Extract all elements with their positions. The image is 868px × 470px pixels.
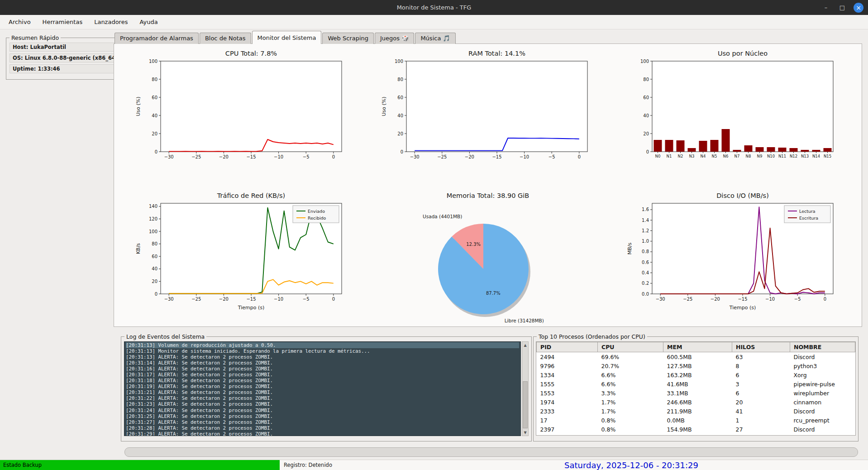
tab-web-scraping[interactable]: Web Scraping [322,33,374,44]
svg-text:40: 40 [643,113,649,118]
svg-text:Uso por Núcleo: Uso por Núcleo [718,50,768,57]
svg-text:40: 40 [152,266,157,271]
process-cell: 41 [732,407,790,416]
svg-text:−10: −10 [765,297,775,302]
process-cell: 33.1MB [663,388,732,398]
summary-item: Uptime: 1:33:46 [10,64,121,73]
process-col-nombre[interactable]: NOMBRE [790,342,855,352]
process-cell: 1.7% [598,407,663,416]
process-cell: 163.2MB [663,370,732,379]
svg-text:0.0: 0.0 [642,292,649,297]
tab-programador-de-alarmas[interactable]: Programador de Alarmas [114,33,199,44]
event-log-inner: [20:31:13] Volumen de reproducción ajust… [121,340,531,439]
process-cell: 6.6% [598,370,663,379]
recording-status-label: Registro: Detenido [284,460,332,470]
svg-text:−10: −10 [520,154,529,159]
svg-text:0.6: 0.6 [642,260,649,265]
process-col-cpu[interactable]: CPU [598,342,663,352]
svg-text:N11: N11 [778,154,786,158]
menu-item-archivo[interactable]: Archivo [3,15,37,29]
log-line: [20:31:24] ALERTA: Se detectaron 2 proce… [126,408,519,413]
log-line: [20:31:21] ALERTA: Se detectaron 2 proce… [126,389,519,395]
process-cell: 0.8% [598,425,663,434]
svg-text:0: 0 [155,149,157,154]
menu-item-ayuda[interactable]: Ayuda [134,15,163,29]
log-scrollbar[interactable]: ▲ ▼ [522,341,529,436]
datetime-label: Saturday, 2025-12-06 - 20:31:29 [564,460,698,470]
process-row[interactable]: 19741.7%246.6MB20cinnamon [537,398,855,407]
svg-text:−25: −25 [683,297,692,302]
svg-text:0: 0 [401,149,403,154]
svg-text:N4: N4 [701,154,706,158]
process-row[interactable]: 15556.6%41.6MB3pipewire-pulse [537,379,855,388]
process-row[interactable]: 249469.6%600.5MB63Discord [537,352,855,362]
svg-text:−15: −15 [246,297,256,302]
svg-text:100: 100 [395,59,403,64]
tab-juegos[interactable]: Juegos 🎲 [375,33,414,44]
scrollbar-thumb[interactable] [523,381,528,428]
svg-text:Tráfico de Red (KB/s): Tráfico de Red (KB/s) [217,192,285,199]
log-line: [20:31:28] ALERTA: Se detectaron 2 proce… [126,425,519,431]
svg-text:0: 0 [155,292,157,297]
close-button[interactable]: × [854,3,863,13]
process-cell: 154.9MB [663,425,732,434]
process-cell: Xorg [790,370,855,379]
scrollbar-track[interactable] [522,348,528,429]
maximize-button[interactable]: □ [837,3,847,13]
process-table-body: 249469.6%600.5MB63Discord979620.7%127.5M… [537,352,855,434]
process-row[interactable]: 170.8%0.0MB1rcu_preempt [537,416,855,425]
process-table: PIDCPUMEMHILOSNOMBRE 249469.6%600.5MB63D… [536,342,855,434]
monitor-tab-panel: CPU Total: 7.8%020406080100Uso (%)−30−25… [114,43,862,327]
svg-text:−20: −20 [219,297,229,302]
network-traffic-chart: Tráfico de Red (KB/s)020406080100120140K… [124,190,360,327]
svg-text:Lectura: Lectura [799,209,816,214]
svg-text:140: 140 [149,204,157,209]
svg-text:100: 100 [149,59,157,64]
svg-text:−5: −5 [794,297,801,302]
process-col-pid[interactable]: PID [537,342,598,352]
svg-text:−25: −25 [437,154,447,159]
menu-item-herramientas[interactable]: Herramientas [37,15,89,29]
svg-text:N6: N6 [723,154,729,158]
svg-text:N12: N12 [790,154,797,158]
svg-text:N0: N0 [655,154,661,158]
top-processes-title: Top 10 Procesos (Ordenados por CPU) [537,333,647,340]
svg-text:1.0: 1.0 [642,239,649,244]
svg-text:Libre (31428MB): Libre (31428MB) [505,318,544,323]
process-cell: cinnamon [790,398,855,407]
log-console[interactable]: [20:31:13] Volumen de reproducción ajust… [124,341,521,436]
tab-monitor-del-sistema[interactable]: Monitor del Sistema [252,31,322,44]
svg-text:Memoria Total: 38.90 GiB: Memoria Total: 38.90 GiB [447,192,529,199]
process-row[interactable]: 23331.7%211.9MB41Discord [537,407,855,416]
process-cell: 8 [732,361,790,370]
minimize-button[interactable]: – [821,3,831,13]
quick-summary-title: Resumen Rápido [10,34,61,41]
svg-text:Uso (%): Uso (%) [381,96,387,116]
svg-text:KB/s: KB/s [135,243,141,254]
tab-bloc-de-notas[interactable]: Bloc de Notas [200,33,251,44]
process-row[interactable]: 23970.8%154.9MB27Discord [537,425,855,434]
svg-text:N13: N13 [801,154,809,158]
svg-text:−5: −5 [303,154,310,159]
process-row[interactable]: 15533.3%33.1MB6wireplumber [537,388,855,398]
svg-text:1.6: 1.6 [642,207,649,212]
process-cell: Discord [790,407,855,416]
svg-text:−15: −15 [246,154,256,159]
svg-text:Uso (%): Uso (%) [135,96,141,116]
svg-text:−5: −5 [548,154,555,159]
scroll-up-icon[interactable]: ▲ [522,342,528,348]
tab-música[interactable]: Música 🎵 [415,33,455,44]
process-col-hilos[interactable]: HILOS [732,342,790,352]
process-cell: 27 [732,425,790,434]
log-line: [20:31:14] ALERTA: Se detectaron 2 proce… [126,360,519,366]
svg-text:−30: −30 [410,154,420,159]
process-row[interactable]: 13346.6%163.2MB6Xorg [537,370,855,379]
menu-item-lanzadores[interactable]: Lanzadores [88,15,134,29]
log-line: [20:31:19] ALERTA: Se detectaron 2 proce… [126,384,519,389]
svg-text:−30: −30 [656,297,665,302]
top-processes-group: Top 10 Procesos (Ordenados por CPU) PIDC… [533,333,858,441]
process-row[interactable]: 979620.7%127.5MB8python3 [537,361,855,370]
scroll-down-icon[interactable]: ▼ [522,429,528,436]
process-col-mem[interactable]: MEM [663,342,732,352]
log-line: [20:31:23] ALERTA: Se detectaron 2 proce… [126,401,519,407]
